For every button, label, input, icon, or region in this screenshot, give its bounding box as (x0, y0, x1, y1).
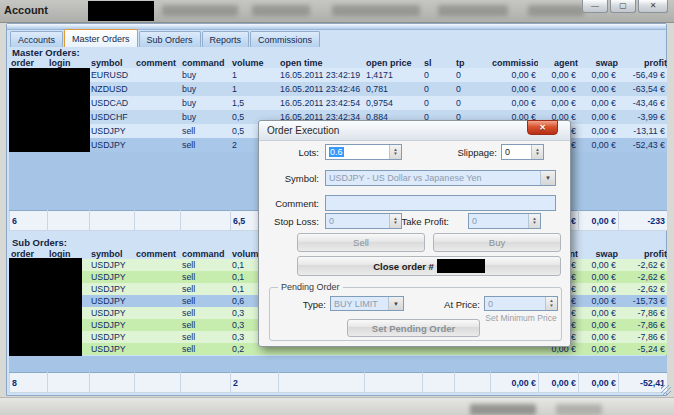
summary-cell: 0,00 € (539, 373, 579, 393)
master-col-header-open-price[interactable]: open price (364, 57, 422, 68)
buy-button[interactable]: Buy (433, 233, 561, 252)
table-cell: -7,86 € (618, 331, 667, 343)
lots-stepper[interactable]: 0.6 ▲▼ (325, 144, 402, 160)
summary-cell (279, 373, 365, 393)
blurred-toolbar-text (528, 5, 584, 16)
tab-sub-orders[interactable]: Sub Orders (139, 31, 201, 47)
table-cell (134, 319, 180, 331)
chevron-down-icon[interactable]: ▼ (388, 297, 403, 310)
master-col-header-commissio[interactable]: commissio (490, 57, 538, 68)
summary-cell (365, 373, 423, 393)
spinner-arrows-icon[interactable]: ▲▼ (528, 214, 540, 228)
tab-master-orders[interactable]: Master Orders (64, 29, 138, 47)
spinner-arrows-icon[interactable]: ▲▼ (545, 297, 557, 310)
tab-accounts[interactable]: Accounts (10, 31, 63, 47)
spinner-arrows-icon[interactable]: ▲▼ (531, 145, 543, 159)
table-cell (134, 110, 180, 124)
set-pending-order-button[interactable]: Set Pending Order (347, 319, 480, 337)
blurred-background-item (556, 404, 602, 415)
master-col-header-symbol[interactable]: symbol (89, 57, 134, 68)
close-order-button[interactable]: Close order # (297, 256, 561, 276)
master-col-header-volume[interactable]: volume (230, 57, 278, 68)
master-col-header-command[interactable]: command (180, 57, 230, 68)
table-cell (134, 283, 180, 295)
symbol-value: USDJPY - US Dollar vs Japanese Yen (326, 173, 540, 183)
dialog-close-icon[interactable]: ✕ (527, 120, 558, 135)
slippage-stepper[interactable]: 0 ▲▼ (501, 144, 544, 160)
table-cell (134, 96, 180, 110)
redacted-account-name (88, 1, 154, 21)
table-cell: sell (180, 307, 230, 319)
summary-cell: 8 (10, 373, 48, 393)
master-col-header-agent[interactable]: agent (538, 57, 578, 68)
sub-col-header-swap[interactable]: swap (578, 248, 618, 259)
sub-col-header-command[interactable]: command (180, 248, 230, 259)
pending-type-value: BUY LIMIT (331, 299, 388, 309)
master-order-row[interactable]: USDCADbuy1,516.05.2011 23:42:540,9754000… (9, 96, 667, 110)
redacted-sub-order-ids (9, 258, 82, 356)
master-col-header-tp[interactable]: tp (454, 57, 490, 68)
symbol-select[interactable]: USDJPY - US Dollar vs Japanese Yen ▼ (325, 170, 556, 186)
master-col-header-comment[interactable]: comment (134, 57, 180, 68)
summary-cell: 2 (231, 373, 279, 393)
order-execution-dialog: Order Execution ✕ Lots: 0.6 ▲▼ Slippage:… (258, 120, 571, 347)
at-price-stepper[interactable]: 0 ▲▼ (484, 296, 558, 311)
table-cell: 0,00 € (578, 259, 618, 271)
chevron-down-icon[interactable]: ▼ (540, 171, 555, 185)
table-cell: 0,00 € (578, 96, 618, 110)
table-cell: USDJPY (89, 124, 134, 138)
take-profit-stepper[interactable]: 0 ▲▼ (468, 213, 541, 229)
table-cell: USDJPY (89, 138, 134, 152)
comment-label: Comment: (267, 198, 319, 209)
table-cell: 0,00 € (538, 68, 578, 82)
sub-col-header-profit[interactable]: profit (618, 248, 667, 259)
stop-loss-label: Stop Loss: (265, 216, 319, 227)
master-order-row[interactable]: EURUSDbuy116.05.2011 23:42:191,4171000,0… (9, 68, 667, 82)
sub-col-header-comment[interactable]: comment (134, 248, 180, 259)
take-profit-label: Take Profit: (393, 216, 449, 227)
table-cell: 0,00 € (578, 307, 618, 319)
table-cell: USDJPY (89, 271, 134, 283)
maximize-icon[interactable]: ▢ (610, 0, 636, 13)
close-icon[interactable]: ✕ (638, 0, 668, 13)
comment-input[interactable] (325, 195, 556, 211)
spinner-arrows-icon[interactable]: ▲▼ (389, 145, 401, 159)
master-col-header-profit[interactable]: profit (618, 57, 667, 68)
window-resize-grip[interactable] (661, 385, 671, 395)
summary-cell: 6 (10, 211, 48, 231)
sell-button[interactable]: Sell (297, 233, 425, 252)
summary-cell (181, 211, 231, 231)
pending-type-label: Type: (294, 299, 326, 310)
minimize-icon[interactable]: — (582, 0, 608, 13)
master-col-header-swap[interactable]: swap (578, 57, 618, 68)
sub-col-header-symbol[interactable]: symbol (89, 248, 134, 259)
table-cell: USDJPY (89, 307, 134, 319)
table-cell: sell (180, 331, 230, 343)
tab-reports[interactable]: Reports (202, 31, 250, 47)
summary-cell: 0,00 € (579, 211, 619, 231)
table-cell: buy (180, 110, 230, 124)
os-titlebar: Account — ▢ ✕ (0, 0, 674, 23)
stop-loss-stepper[interactable]: 0 ▲▼ (325, 213, 402, 229)
summary-cell (90, 373, 135, 393)
table-cell: 0,00 € (578, 110, 618, 124)
table-cell: 0 (422, 82, 454, 96)
account-label: Account (4, 4, 48, 16)
table-cell (134, 307, 180, 319)
summary-cell (48, 211, 90, 231)
master-col-header-open-time[interactable]: open time (278, 57, 364, 68)
pending-type-select[interactable]: BUY LIMIT ▼ (330, 296, 404, 311)
master-col-header-sl[interactable]: sl (422, 57, 454, 68)
table-cell: 0,00 € (578, 295, 618, 307)
stop-loss-value: 0 (326, 216, 389, 226)
table-cell: sell (180, 343, 230, 355)
slippage-label: Slippage: (449, 147, 497, 158)
dialog-titlebar[interactable]: Order Execution (259, 121, 570, 141)
master-col-header-order[interactable]: order (9, 57, 47, 68)
redacted-order-number (437, 259, 485, 273)
master-col-header-login[interactable]: login (47, 57, 89, 68)
table-cell: -56,49 € (618, 68, 667, 82)
tab-commissions[interactable]: Commissions (250, 31, 320, 47)
table-cell (134, 138, 180, 152)
master-order-row[interactable]: NZDUSDbuy116.05.2011 23:42:460,781000,00… (9, 82, 667, 96)
